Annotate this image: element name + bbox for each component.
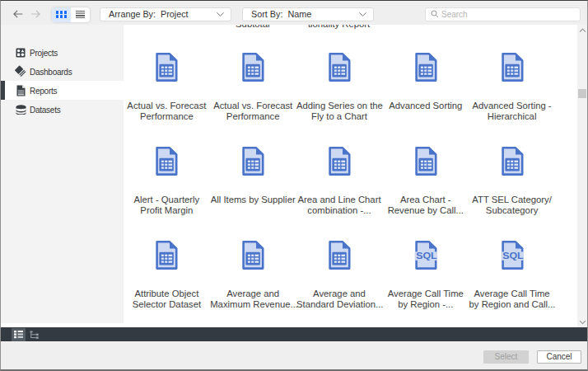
report-item[interactable]: Advanced Sorting [382,53,469,122]
report-item-label: Attribute ObjectSelector Dataset [124,289,209,310]
clipped-report-item-label: Subtotal [210,25,296,30]
report-item-label: Average andMaximum Revenue... [210,289,296,310]
arrange-by-dropdown[interactable]: Arrange By: Project [100,7,231,21]
sidebar-item-label: Reports [30,86,57,95]
sort-by-dropdown[interactable]: Sort By: Name [242,7,374,21]
report-grid-document-icon [241,241,264,270]
report-grid-document-icon [155,241,178,270]
report-item[interactable]: ATT SEL Category/Subcategory [469,147,555,216]
report-item-label-line: Maximum Revenue... [210,299,296,310]
chevron-up-icon [579,28,586,33]
open-report-dialog: Arrange By: Project Sort By: Name Actual… [0,0,588,371]
cancel-button[interactable]: Cancel [537,350,581,364]
sidebar-item-dashboards[interactable]: Dashboards [1,62,124,81]
report-item-label-line: Hierarchical [469,111,555,122]
report-item[interactable]: Attribute ObjectSelector Dataset [124,241,210,310]
report-item-label-line: Average and [210,289,296,299]
report-item-label-line: Standard Deviation... [296,299,382,310]
report-item-label-line: Adding Series on the [296,101,382,111]
report-item[interactable]: Actual vs. ForecastPerformance [210,53,296,122]
sidebar-item-reports[interactable]: Reports [1,81,124,100]
report-item-label-line: Average Call Time [383,289,469,299]
back-button[interactable] [12,8,24,20]
report-item[interactable]: Area Chart -Revenue by Call... [382,147,469,216]
view-toggle [52,7,90,22]
list-view-button[interactable] [71,7,90,22]
report-grid-document-icon [501,147,524,176]
chevron-down-icon [579,320,586,325]
report-item-label-line: All Items by Supplier [210,195,296,205]
report-item[interactable]: Average andStandard Deviation... [296,241,383,310]
report-item-label-line: Average and [296,289,382,299]
report-item-label-line: Area and Line Chart [296,195,382,205]
sort-by-label: Sort By: [251,9,282,19]
report-item-label-line: Performance [210,111,296,122]
report-item[interactable]: SQLAverage Call Timeby Region -... [382,241,469,310]
report-item-label-line: Advanced Sorting [383,101,469,111]
reports-icon [15,85,26,96]
report-item-label-line: Profit Margin [124,205,209,216]
report-item[interactable]: Area and Line Chartcombination -... [296,147,383,216]
scrollbar-thumb[interactable] [578,89,586,98]
report-item-label-line: ATT SEL Category/ [469,195,555,205]
main-area: Actual vs. ForecastPerformanceActual vs.… [1,25,587,328]
report-grid-document-icon [328,241,351,270]
scroll-down-arrow[interactable] [577,317,587,327]
scroll-up-arrow[interactable] [577,26,587,35]
grid-row: Attribute ObjectSelector DatasetAverage … [124,241,555,310]
sidebar-item-datasets[interactable]: Datasets [1,100,124,119]
report-item-label: Actual vs. ForecastPerformance [124,101,209,122]
tree-view-icon [29,331,40,340]
arrow-left-icon [12,8,24,20]
sidebar-item-label: Projects [30,48,58,57]
sql-document-icon: SQL [414,241,437,270]
report-item-label-line: by Region -... [383,299,469,310]
forward-button[interactable] [30,8,41,20]
display-tree-view-button[interactable] [28,330,40,340]
toolbar: Arrange By: Project Sort By: Name [1,1,587,25]
grid-view-button[interactable] [52,7,71,22]
report-item-label-line: Advanced Sorting - [469,101,555,111]
chevron-down-icon [358,12,367,17]
search-icon [431,10,439,18]
sql-document-icon: SQL [501,241,524,270]
svg-text:SQL: SQL [416,251,437,261]
report-item-label: Advanced Sorting -Hierarchical [469,101,555,122]
list-view-icon [13,330,24,339]
report-item-label: All Items by Supplier [210,195,296,205]
report-item-label-line: Actual vs. Forecast [210,101,296,111]
report-item-label-line: combination -... [296,205,382,216]
list-view-icon [76,11,85,19]
sidebar-item-projects[interactable]: Projects [1,43,124,62]
report-grid-document-icon [328,53,351,82]
vertical-scrollbar[interactable] [577,25,587,328]
report-grid-document-icon [501,53,524,82]
arrow-right-icon [30,8,41,20]
report-item[interactable]: Alert - QuarterlyProfit Margin [124,147,210,216]
display-list-view-button[interactable] [12,328,26,341]
report-item-label: Area and Line Chartcombination -... [296,195,382,216]
report-item-label-line: Average Call Time [469,289,555,299]
report-item-label-line: Alert - Quarterly [124,195,209,205]
select-button[interactable]: Select [483,350,529,364]
arrange-by-label: Arrange By: [109,9,156,19]
report-grid-document-icon [155,53,178,82]
bottom-toolbar [1,327,587,341]
chevron-down-icon [216,12,225,17]
report-grid-document-icon [414,147,437,176]
report-item[interactable]: Average andMaximum Revenue... [210,241,296,310]
clipped-report-item-label: tionality Report [296,25,382,30]
report-grid-document-icon [414,53,437,82]
report-grid-document-icon [155,147,178,176]
search-input[interactable] [441,10,575,19]
report-item[interactable]: All Items by Supplier [210,147,296,216]
report-item-label-line: Attribute Object [124,289,209,299]
report-item[interactable]: Adding Series on theFly to a Chart [296,53,383,122]
report-item[interactable]: SQLAverage Call Timeby Region and Call..… [469,241,555,310]
report-item-label: Average andStandard Deviation... [296,289,382,310]
sidebar: ProjectsDashboardsReportsDatasets [1,25,124,323]
report-item[interactable]: Actual vs. ForecastPerformance [124,53,210,122]
report-item[interactable]: Advanced Sorting -Hierarchical [469,53,555,122]
sidebar-item-label: Datasets [30,105,60,114]
report-item-label: Advanced Sorting [383,101,469,111]
